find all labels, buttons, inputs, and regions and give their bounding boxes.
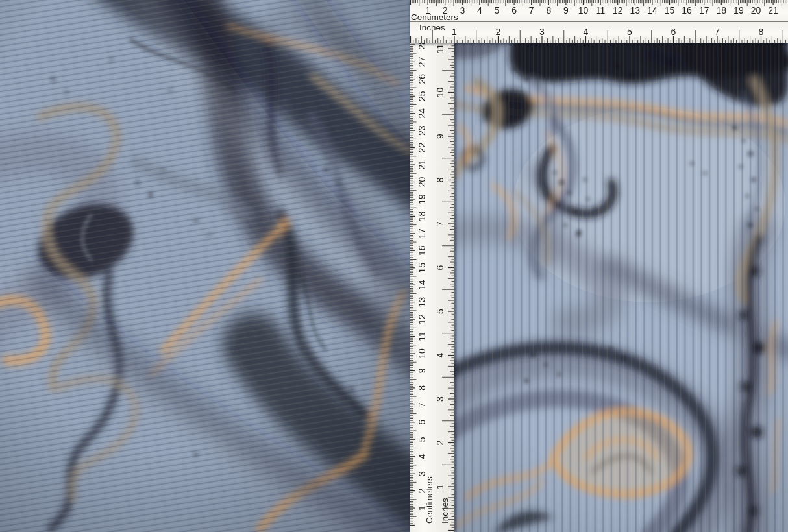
cm-tick-number: 11 (417, 332, 427, 341)
cm-tick-number: 20 (417, 177, 427, 187)
inch-tick-number: 3 (435, 396, 445, 402)
draped-fabric-art (0, 0, 410, 532)
cm-tick-number: 8 (546, 5, 551, 16)
cm-tick-number: 16 (417, 245, 427, 256)
cm-tick-number: 20 (751, 5, 761, 16)
cm-tick-number: 13 (417, 297, 427, 308)
cm-tick-number: 14 (647, 5, 658, 16)
cm-tick-number: 15 (417, 263, 427, 273)
cm-tick-number: 10 (578, 5, 589, 16)
inch-tick-number: 1 (452, 27, 457, 37)
fabric-product-photo-collage: 123456789101112131415161718192021Centime… (0, 0, 788, 532)
horizontal-ruler: 123456789101112131415161718192021Centime… (410, 0, 788, 43)
inch-tick-number: 1 (435, 484, 445, 489)
flat-fabric-photo (454, 43, 788, 532)
cm-tick-number: 18 (417, 211, 427, 221)
cm-tick-number: 16 (682, 5, 692, 16)
draped-fabric-photo (0, 0, 410, 532)
cm-tick-number: 12 (613, 5, 623, 16)
inch-tick-number: 8 (759, 27, 764, 37)
cm-tick-number: 25 (417, 91, 427, 101)
cm-tick-number: 7 (417, 402, 427, 407)
inch-tick-number: 5 (627, 27, 632, 37)
inch-tick-number: 9 (435, 134, 445, 139)
cm-tick-number: 17 (699, 5, 709, 16)
cm-tick-number: 18 (717, 5, 727, 16)
inch-tick-number: 7 (435, 221, 445, 226)
inch-tick-number: 11 (435, 44, 445, 54)
inch-tick-number: 7 (715, 27, 720, 37)
inch-tick-number: 5 (435, 309, 445, 314)
inch-tick-number: 4 (584, 27, 589, 37)
cm-tick-number: 13 (630, 5, 641, 16)
inch-tick-number: 6 (671, 27, 676, 37)
inch-tick-number: 8 (435, 177, 445, 182)
cm-tick-number: 4 (417, 454, 427, 459)
cm-tick-number: 26 (417, 74, 427, 84)
cm-tick-number: 5 (495, 5, 500, 16)
horizontal-ruler-scale: 123456789101112131415161718192021Centime… (410, 0, 788, 43)
cm-tick-number: 10 (417, 348, 427, 359)
cm-tick-number: 15 (665, 5, 675, 16)
inch-tick-number: 10 (435, 88, 445, 98)
cm-tick-number: 9 (563, 5, 569, 16)
cm-tick-number: 23 (417, 125, 427, 136)
cm-tick-number: 9 (417, 368, 427, 373)
inch-tick-number: 2 (435, 440, 445, 445)
centimeters-label: Centimeters (411, 12, 458, 22)
cm-tick-number: 28 (417, 43, 427, 50)
cm-tick-number: 5 (417, 437, 427, 442)
cm-tick-number: 14 (417, 280, 427, 290)
cm-tick-number: 24 (417, 108, 427, 119)
cm-tick-number: 19 (733, 5, 744, 16)
photo-vignette (454, 43, 788, 532)
cm-tick-number: 8 (417, 385, 427, 391)
cm-tick-number: 11 (596, 5, 606, 16)
cm-tick-number: 22 (417, 143, 427, 153)
vertical-ruler: 1234567891011121314151617181920212223242… (410, 43, 454, 532)
cm-tick-number: 17 (417, 228, 427, 239)
cm-tick-number: 3 (460, 5, 465, 16)
cm-tick-number: 27 (417, 56, 427, 67)
cm-tick-number: 21 (768, 5, 778, 16)
inch-tick-number: 3 (539, 27, 545, 37)
cm-tick-number: 19 (417, 194, 427, 204)
cm-tick-number: 6 (511, 5, 517, 16)
cm-tick-number: 12 (417, 314, 427, 324)
cm-tick-number: 21 (417, 160, 427, 170)
vertical-ruler-scale: 1234567891011121314151617181920212223242… (410, 43, 454, 532)
inch-tick-number: 4 (435, 352, 445, 357)
cm-tick-number: 7 (529, 5, 534, 16)
photo-vignette (0, 0, 410, 532)
inch-tick-number: 6 (435, 265, 445, 270)
flat-fabric-art (454, 43, 788, 532)
cm-tick-number: 3 (417, 471, 427, 476)
cm-tick-number: 6 (417, 420, 427, 425)
inch-tick-number: 2 (496, 27, 501, 37)
centimeters-label: Centimeters (425, 476, 434, 524)
cm-tick-number: 4 (477, 5, 482, 16)
